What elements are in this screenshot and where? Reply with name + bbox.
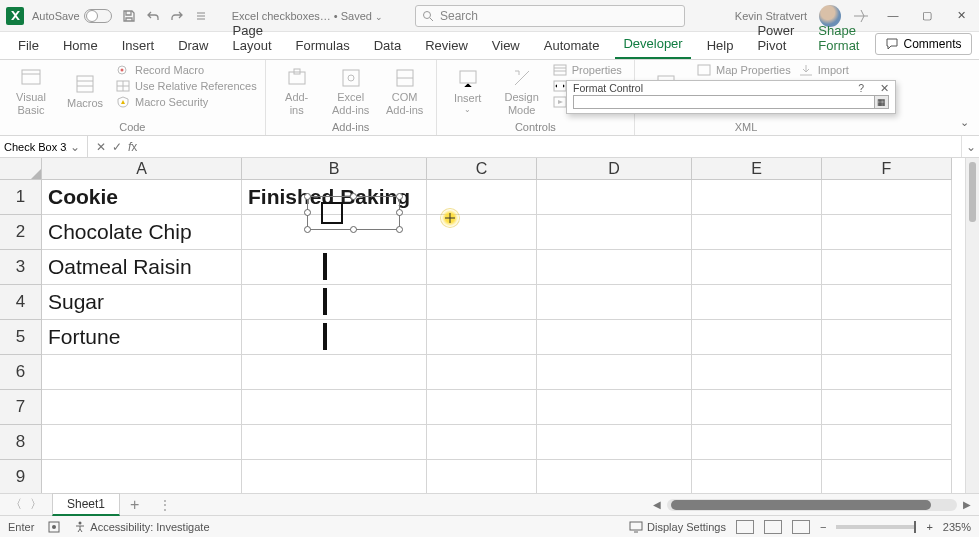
com-addins-button[interactable]: COM Add-ins bbox=[382, 64, 428, 119]
col-header-d[interactable]: D bbox=[537, 158, 692, 180]
zoom-in-icon[interactable]: + bbox=[926, 521, 932, 533]
tab-data[interactable]: Data bbox=[366, 32, 409, 59]
row-header[interactable]: 8 bbox=[0, 425, 42, 460]
cell-a1[interactable]: Cookie bbox=[42, 180, 242, 215]
record-macro-button[interactable]: Record Macro bbox=[116, 64, 257, 76]
cell[interactable] bbox=[692, 425, 822, 460]
checkbox-icon[interactable] bbox=[323, 323, 327, 350]
cell[interactable] bbox=[427, 355, 537, 390]
row-header[interactable]: 4 bbox=[0, 285, 42, 320]
fx-icon[interactable]: fx bbox=[128, 140, 137, 154]
tab-shape-format[interactable]: Shape Format bbox=[810, 17, 867, 59]
resize-handle[interactable] bbox=[396, 209, 403, 216]
formula-input[interactable] bbox=[145, 136, 961, 157]
row-header[interactable]: 3 bbox=[0, 250, 42, 285]
hscroll-right-icon[interactable]: ▶ bbox=[963, 499, 971, 510]
cell[interactable] bbox=[42, 355, 242, 390]
normal-view-icon[interactable] bbox=[736, 520, 754, 534]
select-all-corner[interactable] bbox=[0, 158, 42, 180]
resize-handle[interactable] bbox=[304, 193, 311, 200]
cell[interactable] bbox=[427, 320, 537, 355]
search-input[interactable]: Search bbox=[415, 5, 685, 27]
sheet-split-handle[interactable]: ⋮ bbox=[149, 498, 183, 512]
cell[interactable] bbox=[42, 460, 242, 493]
col-header-e[interactable]: E bbox=[692, 158, 822, 180]
resize-handle[interactable] bbox=[396, 226, 403, 233]
cell-link-input[interactable]: ▦ bbox=[573, 95, 889, 109]
display-settings-button[interactable]: Display Settings bbox=[629, 521, 726, 533]
cell[interactable] bbox=[822, 320, 952, 355]
cell-a3[interactable]: Oatmeal Raisin bbox=[42, 250, 242, 285]
cell-b5[interactable] bbox=[242, 320, 427, 355]
scrollbar-thumb[interactable] bbox=[969, 162, 976, 222]
save-icon[interactable] bbox=[120, 7, 138, 25]
relative-references-button[interactable]: Use Relative References bbox=[116, 80, 257, 92]
undo-icon[interactable] bbox=[144, 7, 162, 25]
enter-formula-icon[interactable]: ✓ bbox=[112, 140, 122, 154]
format-control-dialog[interactable]: Format Control ? ✕ ▦ bbox=[566, 80, 896, 114]
sheet-nav-prev-icon[interactable]: 〈 bbox=[10, 496, 22, 513]
tab-automate[interactable]: Automate bbox=[536, 32, 608, 59]
cell[interactable] bbox=[537, 425, 692, 460]
cell[interactable] bbox=[692, 250, 822, 285]
row-header[interactable]: 9 bbox=[0, 460, 42, 493]
page-break-view-icon[interactable] bbox=[792, 520, 810, 534]
excel-addins-button[interactable]: Excel Add-ins bbox=[328, 64, 374, 119]
comments-button[interactable]: Comments bbox=[875, 33, 972, 55]
formula-expand-icon[interactable]: ⌄ bbox=[961, 136, 979, 157]
cell[interactable] bbox=[537, 460, 692, 493]
vertical-scrollbar[interactable] bbox=[965, 158, 979, 493]
tab-page-layout[interactable]: Page Layout bbox=[225, 17, 280, 59]
chevron-down-icon[interactable]: ⌄ bbox=[67, 140, 83, 154]
row-header[interactable]: 1 bbox=[0, 180, 42, 215]
tab-developer[interactable]: Developer bbox=[615, 30, 690, 59]
cell[interactable] bbox=[427, 425, 537, 460]
cell-a4[interactable]: Sugar bbox=[42, 285, 242, 320]
sheet-nav-next-icon[interactable]: 〉 bbox=[30, 496, 42, 513]
col-header-f[interactable]: F bbox=[822, 158, 952, 180]
tab-view[interactable]: View bbox=[484, 32, 528, 59]
cell[interactable] bbox=[537, 180, 692, 215]
tab-draw[interactable]: Draw bbox=[170, 32, 216, 59]
cell[interactable] bbox=[822, 215, 952, 250]
cell[interactable] bbox=[822, 180, 952, 215]
close-button[interactable]: ✕ bbox=[949, 9, 973, 22]
name-box[interactable]: ⌄ bbox=[0, 136, 88, 157]
zoom-slider[interactable] bbox=[836, 525, 916, 529]
cell[interactable] bbox=[242, 355, 427, 390]
maximize-button[interactable]: ▢ bbox=[915, 9, 939, 22]
cell[interactable] bbox=[242, 460, 427, 493]
cell-a2[interactable]: Chocolate Chip bbox=[42, 215, 242, 250]
range-picker-icon[interactable]: ▦ bbox=[874, 96, 888, 108]
cell[interactable] bbox=[537, 355, 692, 390]
cell[interactable] bbox=[427, 285, 537, 320]
design-mode-button[interactable]: Design Mode bbox=[499, 64, 545, 119]
row-header[interactable]: 7 bbox=[0, 390, 42, 425]
cell[interactable] bbox=[537, 250, 692, 285]
resize-handle[interactable] bbox=[350, 226, 357, 233]
cell[interactable] bbox=[692, 460, 822, 493]
import-button[interactable]: Import bbox=[799, 64, 849, 76]
cell[interactable] bbox=[537, 320, 692, 355]
cell[interactable] bbox=[822, 425, 952, 460]
cell[interactable] bbox=[42, 425, 242, 460]
cell[interactable] bbox=[822, 390, 952, 425]
add-sheet-button[interactable]: + bbox=[120, 496, 149, 514]
horizontal-scrollbar[interactable] bbox=[667, 499, 957, 511]
col-header-a[interactable]: A bbox=[42, 158, 242, 180]
tab-power-pivot[interactable]: Power Pivot bbox=[749, 17, 802, 59]
cell[interactable] bbox=[42, 390, 242, 425]
resize-handle[interactable] bbox=[396, 193, 403, 200]
page-layout-view-icon[interactable] bbox=[764, 520, 782, 534]
cell-a5[interactable]: Fortune bbox=[42, 320, 242, 355]
qat-customize-icon[interactable] bbox=[192, 7, 210, 25]
scrollbar-thumb[interactable] bbox=[671, 500, 931, 510]
cell[interactable] bbox=[822, 460, 952, 493]
addins-button[interactable]: Add- ins bbox=[274, 64, 320, 119]
row-header[interactable]: 5 bbox=[0, 320, 42, 355]
cell[interactable] bbox=[537, 215, 692, 250]
resize-handle[interactable] bbox=[350, 193, 357, 200]
cell[interactable] bbox=[537, 285, 692, 320]
dialog-close-icon[interactable]: ✕ bbox=[880, 82, 889, 94]
row-header[interactable]: 6 bbox=[0, 355, 42, 390]
